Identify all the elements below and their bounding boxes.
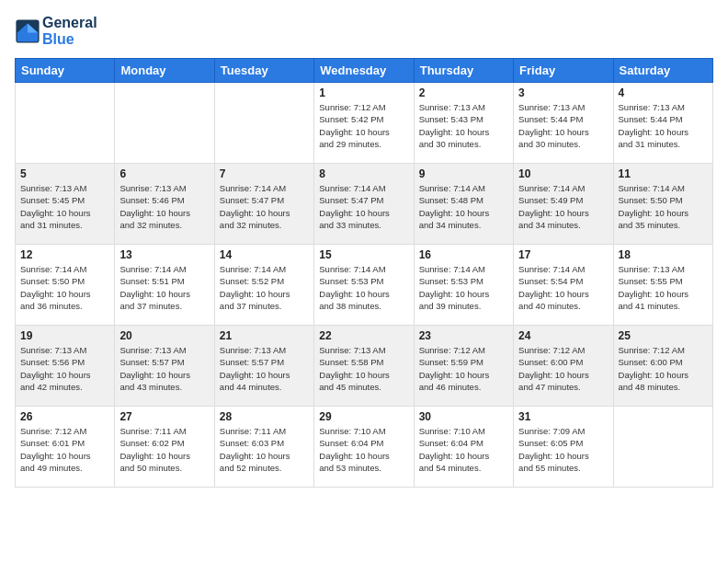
day-info: Sunrise: 7:11 AM Sunset: 6:03 PM Dayligh… — [220, 425, 309, 474]
day-number: 21 — [220, 329, 309, 342]
day-number: 18 — [619, 248, 708, 261]
day-number: 9 — [419, 167, 508, 180]
calendar-cell: 24Sunrise: 7:12 AM Sunset: 6:00 PM Dayli… — [514, 326, 613, 407]
weekday-header-row: SundayMondayTuesdayWednesdayThursdayFrid… — [16, 59, 713, 83]
calendar-cell: 23Sunrise: 7:12 AM Sunset: 5:59 PM Dayli… — [414, 326, 513, 407]
day-number: 11 — [619, 167, 708, 180]
day-info: Sunrise: 7:10 AM Sunset: 6:04 PM Dayligh… — [419, 425, 508, 474]
week-row-5: 26Sunrise: 7:12 AM Sunset: 6:01 PM Dayli… — [16, 407, 713, 488]
calendar-cell — [214, 83, 313, 164]
calendar-cell: 3Sunrise: 7:13 AM Sunset: 5:44 PM Daylig… — [514, 83, 613, 164]
day-info: Sunrise: 7:12 AM Sunset: 6:00 PM Dayligh… — [518, 344, 608, 393]
day-number: 30 — [419, 410, 508, 423]
day-number: 16 — [419, 248, 508, 261]
calendar-cell: 2Sunrise: 7:13 AM Sunset: 5:43 PM Daylig… — [414, 83, 513, 164]
calendar-cell: 11Sunrise: 7:14 AM Sunset: 5:50 PM Dayli… — [613, 164, 712, 245]
day-number: 2 — [419, 86, 508, 99]
day-number: 10 — [518, 167, 608, 180]
day-info: Sunrise: 7:14 AM Sunset: 5:52 PM Dayligh… — [220, 263, 309, 312]
day-info: Sunrise: 7:14 AM Sunset: 5:53 PM Dayligh… — [419, 263, 508, 312]
day-number: 6 — [119, 167, 209, 180]
day-info: Sunrise: 7:13 AM Sunset: 5:43 PM Dayligh… — [419, 101, 508, 150]
day-number: 17 — [518, 248, 608, 261]
day-info: Sunrise: 7:11 AM Sunset: 6:02 PM Dayligh… — [119, 425, 209, 474]
day-number: 15 — [319, 248, 408, 261]
day-number: 1 — [319, 86, 408, 99]
calendar-cell: 9Sunrise: 7:14 AM Sunset: 5:48 PM Daylig… — [414, 164, 513, 245]
calendar-cell: 25Sunrise: 7:12 AM Sunset: 6:00 PM Dayli… — [613, 326, 712, 407]
calendar-table: SundayMondayTuesdayWednesdayThursdayFrid… — [15, 58, 713, 488]
day-info: Sunrise: 7:12 AM Sunset: 5:59 PM Dayligh… — [419, 344, 508, 393]
week-row-4: 19Sunrise: 7:13 AM Sunset: 5:56 PM Dayli… — [16, 326, 713, 407]
day-number: 20 — [119, 329, 209, 342]
day-number: 25 — [619, 329, 708, 342]
day-number: 24 — [518, 329, 608, 342]
calendar-cell: 10Sunrise: 7:14 AM Sunset: 5:49 PM Dayli… — [514, 164, 613, 245]
week-row-3: 12Sunrise: 7:14 AM Sunset: 5:50 PM Dayli… — [16, 245, 713, 326]
calendar-cell: 5Sunrise: 7:13 AM Sunset: 5:45 PM Daylig… — [16, 164, 115, 245]
day-number: 14 — [220, 248, 309, 261]
day-info: Sunrise: 7:12 AM Sunset: 6:00 PM Dayligh… — [619, 344, 708, 393]
calendar-cell: 29Sunrise: 7:10 AM Sunset: 6:04 PM Dayli… — [314, 407, 414, 488]
calendar-cell: 20Sunrise: 7:13 AM Sunset: 5:57 PM Dayli… — [115, 326, 214, 407]
calendar-cell: 12Sunrise: 7:14 AM Sunset: 5:50 PM Dayli… — [16, 245, 115, 326]
calendar-cell: 28Sunrise: 7:11 AM Sunset: 6:03 PM Dayli… — [214, 407, 313, 488]
day-number: 31 — [518, 410, 608, 423]
day-info: Sunrise: 7:14 AM Sunset: 5:49 PM Dayligh… — [518, 182, 608, 231]
calendar-cell: 7Sunrise: 7:14 AM Sunset: 5:47 PM Daylig… — [214, 164, 313, 245]
calendar-cell: 21Sunrise: 7:13 AM Sunset: 5:57 PM Dayli… — [214, 326, 313, 407]
day-info: Sunrise: 7:13 AM Sunset: 5:57 PM Dayligh… — [220, 344, 309, 393]
logo-icon — [15, 18, 40, 44]
logo-blue-text: Blue — [42, 31, 97, 48]
weekday-header-saturday: Saturday — [613, 59, 712, 83]
logo-text: General — [42, 15, 97, 31]
day-info: Sunrise: 7:12 AM Sunset: 5:42 PM Dayligh… — [319, 101, 408, 150]
day-number: 3 — [518, 86, 608, 99]
weekday-header-monday: Monday — [115, 59, 214, 83]
day-number: 7 — [220, 167, 309, 180]
day-info: Sunrise: 7:09 AM Sunset: 6:05 PM Dayligh… — [518, 425, 608, 474]
calendar-cell: 22Sunrise: 7:13 AM Sunset: 5:58 PM Dayli… — [314, 326, 414, 407]
day-number: 19 — [20, 329, 109, 342]
week-row-1: 1Sunrise: 7:12 AM Sunset: 5:42 PM Daylig… — [16, 83, 713, 164]
calendar-cell — [16, 83, 115, 164]
calendar-cell: 31Sunrise: 7:09 AM Sunset: 6:05 PM Dayli… — [514, 407, 613, 488]
day-info: Sunrise: 7:12 AM Sunset: 6:01 PM Dayligh… — [20, 425, 109, 474]
day-number: 23 — [419, 329, 508, 342]
weekday-header-thursday: Thursday — [414, 59, 513, 83]
weekday-header-sunday: Sunday — [16, 59, 115, 83]
day-number: 29 — [319, 410, 408, 423]
day-info: Sunrise: 7:13 AM Sunset: 5:57 PM Dayligh… — [119, 344, 209, 393]
day-info: Sunrise: 7:13 AM Sunset: 5:46 PM Dayligh… — [119, 182, 209, 231]
day-info: Sunrise: 7:14 AM Sunset: 5:50 PM Dayligh… — [619, 182, 708, 231]
day-number: 5 — [20, 167, 109, 180]
day-info: Sunrise: 7:13 AM Sunset: 5:58 PM Dayligh… — [319, 344, 408, 393]
logo: General Blue — [15, 15, 97, 47]
day-number: 28 — [220, 410, 309, 423]
day-number: 4 — [619, 86, 708, 99]
weekday-header-tuesday: Tuesday — [214, 59, 313, 83]
calendar-cell: 16Sunrise: 7:14 AM Sunset: 5:53 PM Dayli… — [414, 245, 513, 326]
day-info: Sunrise: 7:14 AM Sunset: 5:47 PM Dayligh… — [220, 182, 309, 231]
day-info: Sunrise: 7:14 AM Sunset: 5:50 PM Dayligh… — [20, 263, 109, 312]
day-info: Sunrise: 7:13 AM Sunset: 5:44 PM Dayligh… — [619, 101, 708, 150]
day-info: Sunrise: 7:13 AM Sunset: 5:56 PM Dayligh… — [20, 344, 109, 393]
calendar-cell: 17Sunrise: 7:14 AM Sunset: 5:54 PM Dayli… — [514, 245, 613, 326]
day-info: Sunrise: 7:14 AM Sunset: 5:48 PM Dayligh… — [419, 182, 508, 231]
day-number: 12 — [20, 248, 109, 261]
calendar-cell: 26Sunrise: 7:12 AM Sunset: 6:01 PM Dayli… — [16, 407, 115, 488]
calendar-cell: 19Sunrise: 7:13 AM Sunset: 5:56 PM Dayli… — [16, 326, 115, 407]
calendar-cell: 30Sunrise: 7:10 AM Sunset: 6:04 PM Dayli… — [414, 407, 513, 488]
day-info: Sunrise: 7:13 AM Sunset: 5:45 PM Dayligh… — [20, 182, 109, 231]
calendar-cell: 6Sunrise: 7:13 AM Sunset: 5:46 PM Daylig… — [115, 164, 214, 245]
day-number: 13 — [119, 248, 209, 261]
day-info: Sunrise: 7:10 AM Sunset: 6:04 PM Dayligh… — [319, 425, 408, 474]
calendar-cell: 4Sunrise: 7:13 AM Sunset: 5:44 PM Daylig… — [613, 83, 712, 164]
calendar-cell: 18Sunrise: 7:13 AM Sunset: 5:55 PM Dayli… — [613, 245, 712, 326]
calendar-cell — [613, 407, 712, 488]
weekday-header-wednesday: Wednesday — [314, 59, 414, 83]
weekday-header-friday: Friday — [514, 59, 613, 83]
day-number: 26 — [20, 410, 109, 423]
calendar-cell: 15Sunrise: 7:14 AM Sunset: 5:53 PM Dayli… — [314, 245, 414, 326]
day-info: Sunrise: 7:14 AM Sunset: 5:53 PM Dayligh… — [319, 263, 408, 312]
